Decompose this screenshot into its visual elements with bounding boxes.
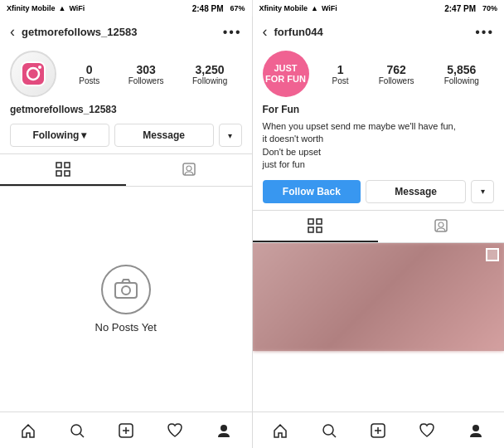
- right-message-button[interactable]: Message: [366, 180, 466, 203]
- right-header-username: forfun044: [274, 26, 469, 38]
- left-following-label: Following: [192, 76, 227, 85]
- nav-search-right[interactable]: [320, 421, 338, 440]
- status-bar-left: Xfinity Mobile ▲ WiFi 2:48 PM 67%: [0, 0, 252, 17]
- right-header: ‹ forfun044 •••: [253, 17, 505, 47]
- right-panel: ‹ forfun044 ••• JUST FOR FUN 1 Post 762 …: [253, 17, 505, 411]
- left-stat-following: 3,250 Following: [192, 63, 227, 85]
- right-more-options-button[interactable]: •••: [475, 25, 494, 40]
- left-content: No Posts Yet: [0, 187, 252, 411]
- right-followers-label: Followers: [379, 76, 414, 85]
- right-back-button[interactable]: ‹: [263, 23, 268, 41]
- svg-line-19: [80, 433, 84, 437]
- instagram-logo-icon: [18, 59, 48, 89]
- svg-point-11: [122, 286, 130, 295]
- right-tab-bar: [253, 210, 505, 243]
- left-tab-grid[interactable]: [0, 154, 126, 186]
- svg-point-18: [71, 425, 81, 435]
- svg-point-9: [187, 166, 191, 171]
- nav-add-right[interactable]: [369, 421, 387, 440]
- no-posts-text: No Posts Yet: [95, 321, 157, 334]
- left-dropdown-button[interactable]: ▾: [219, 124, 242, 147]
- right-stats: 1 Post 762 Followers 5,856 Following: [317, 63, 495, 85]
- left-tab-bar: [0, 153, 252, 187]
- wifi-right: WiFi: [322, 4, 337, 12]
- left-action-buttons: Following ▾ Message ▾: [0, 120, 252, 153]
- left-followers-label: Followers: [128, 76, 164, 85]
- nav-home-right[interactable]: [271, 421, 289, 440]
- signal-left: ▲: [59, 4, 66, 12]
- svg-rect-13: [317, 219, 322, 224]
- svg-line-25: [332, 433, 337, 437]
- right-profile-info: JUST FOR FUN 1 Post 762 Followers 5,856 …: [253, 47, 505, 104]
- right-following-count: 5,856: [447, 63, 476, 76]
- svg-rect-4: [56, 163, 61, 168]
- right-photo-thumb[interactable]: [253, 243, 505, 351]
- nav-profile-left[interactable]: [215, 421, 233, 440]
- left-tab-tagged[interactable]: [126, 154, 252, 186]
- nav-home-left[interactable]: [19, 421, 37, 440]
- right-stat-posts: 1 Post: [332, 63, 349, 85]
- left-avatar: [10, 51, 56, 97]
- signal-right: ▲: [311, 4, 318, 12]
- svg-rect-15: [317, 227, 322, 232]
- left-following-button[interactable]: Following ▾: [10, 124, 109, 147]
- left-posts-label: Posts: [79, 76, 99, 85]
- right-follow-back-label: Follow Back: [283, 186, 341, 197]
- svg-rect-5: [65, 163, 70, 168]
- svg-point-17: [439, 222, 443, 227]
- nav-heart-left[interactable]: [166, 421, 184, 440]
- left-header-username: getmorefollows_12583: [22, 26, 216, 38]
- nav-search-left[interactable]: [68, 421, 86, 440]
- left-more-options-button[interactable]: •••: [223, 25, 242, 40]
- left-avatar-inner: [12, 52, 55, 95]
- right-followers-count: 762: [386, 63, 405, 76]
- right-message-label: Message: [395, 186, 437, 197]
- status-bar: Xfinity Mobile ▲ WiFi 2:48 PM 67% Xfinit…: [0, 0, 504, 17]
- right-stat-followers: 762 Followers: [379, 63, 414, 85]
- left-header: ‹ getmorefollows_12583 •••: [0, 17, 252, 47]
- right-user-tag-icon: [434, 218, 448, 233]
- svg-point-23: [220, 425, 227, 431]
- right-tab-tagged[interactable]: [378, 211, 504, 242]
- right-follow-back-button[interactable]: Follow Back: [263, 180, 361, 203]
- left-followers-count: 303: [136, 63, 155, 76]
- left-following-count: 3,250: [196, 63, 225, 76]
- right-bio: When you upset send me maybe we'll have …: [253, 120, 505, 177]
- nav-add-left[interactable]: [117, 421, 135, 440]
- right-avatar-text: JUST FOR FUN: [265, 63, 306, 85]
- left-back-button[interactable]: ‹: [10, 23, 15, 41]
- left-following-label: Following: [32, 129, 79, 141]
- right-stat-following: 5,856 Following: [444, 63, 479, 85]
- left-posts-count: 0: [86, 63, 93, 76]
- svg-point-24: [323, 425, 333, 435]
- left-profile-name: getmorefollows_12583: [0, 104, 252, 120]
- wifi-left: WiFi: [69, 4, 85, 12]
- svg-rect-0: [22, 62, 45, 85]
- right-avatar: JUST FOR FUN: [263, 51, 309, 97]
- bottom-nav-left: [0, 412, 252, 448]
- right-profile-name: For Fun: [253, 104, 505, 120]
- photo-overlay-square: [486, 248, 499, 261]
- carrier-right: Xfinity Mobile: [259, 4, 308, 12]
- right-posts-count: 1: [337, 63, 344, 76]
- svg-point-2: [38, 66, 41, 69]
- right-tab-grid[interactable]: [253, 211, 379, 242]
- time-right: 2:47 PM: [444, 4, 476, 13]
- right-photo-grid: [253, 243, 505, 411]
- left-dropdown-icon: ▾: [228, 131, 232, 140]
- left-message-label: Message: [143, 129, 185, 141]
- left-panel: ‹ getmorefollows_12583 ••• 0: [0, 17, 253, 411]
- left-stat-followers: 303 Followers: [128, 63, 164, 85]
- right-action-buttons: Follow Back Message ▾: [253, 177, 505, 210]
- left-stats: 0 Posts 303 Followers 3,250 Following: [65, 63, 242, 85]
- svg-rect-14: [308, 227, 313, 232]
- battery-left: 67%: [230, 4, 245, 12]
- left-message-button[interactable]: Message: [114, 124, 214, 147]
- svg-point-29: [472, 425, 479, 431]
- svg-rect-10: [115, 283, 137, 298]
- nav-profile-right[interactable]: [467, 421, 485, 440]
- bottom-nav: [0, 411, 504, 448]
- right-dropdown-button[interactable]: ▾: [471, 180, 494, 203]
- nav-heart-right[interactable]: [418, 421, 436, 440]
- svg-rect-7: [65, 171, 70, 176]
